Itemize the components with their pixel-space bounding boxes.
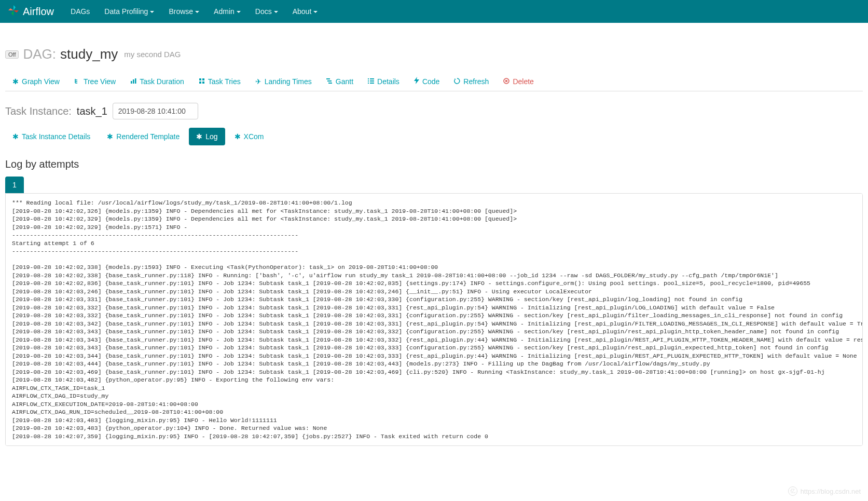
airflow-logo-icon — [7, 4, 23, 19]
refresh-icon — [454, 77, 460, 86]
task-instance-name: task_1 — [77, 105, 107, 117]
task-instance-label: Task Instance: — [5, 105, 72, 117]
log-content[interactable]: *** Reading local file: /usr/local/airfl… — [5, 193, 863, 446]
dag-header: Off DAG: study_my my second DAG — [5, 46, 863, 62]
log-section-title: Log by attempts — [5, 158, 863, 170]
svg-rect-4 — [202, 78, 204, 80]
bolt-icon — [414, 77, 419, 86]
nav-item-admin[interactable]: Admin — [206, 0, 248, 23]
svg-rect-10 — [368, 78, 369, 79]
task-sub-tabs: ✱Task Instance Details ✱Rendered Templat… — [5, 128, 863, 145]
nav-item-dags[interactable]: DAGs — [63, 0, 97, 23]
tab-gantt[interactable]: Gantt — [319, 72, 361, 91]
nav-item-data-profiling[interactable]: Data Profiling — [97, 0, 161, 23]
svg-rect-2 — [135, 78, 136, 84]
nav-item-about[interactable]: About — [285, 0, 325, 23]
asterisk-icon: ✱ — [12, 77, 19, 86]
bar-chart-icon — [130, 77, 136, 86]
dag-title-prefix: DAG: — [23, 46, 56, 62]
tree-icon — [74, 77, 80, 86]
attempt-tab-1[interactable]: 1 — [5, 177, 24, 193]
navbar-menu: DAGs Data Profiling Browse Admin Docs Ab… — [63, 0, 325, 23]
caret-icon — [313, 11, 318, 13]
caret-icon — [195, 11, 199, 13]
svg-rect-3 — [199, 78, 201, 80]
tab-refresh[interactable]: Refresh — [447, 72, 496, 91]
tab-task-tries[interactable]: Task Tries — [191, 72, 248, 91]
dag-description: my second DAG — [124, 50, 181, 59]
tab-tree-view[interactable]: Tree View — [67, 72, 123, 91]
top-navbar: Airflow DAGs Data Profiling Browse Admin… — [0, 0, 868, 23]
svg-rect-1 — [133, 79, 134, 84]
dag-title: study_my — [60, 46, 118, 62]
tab-delete[interactable]: Delete — [496, 72, 541, 91]
caret-icon — [274, 11, 278, 13]
tab-details[interactable]: Details — [361, 72, 407, 91]
brand-link[interactable]: Airflow — [7, 4, 54, 19]
tab-xcom[interactable]: ✱XCom — [227, 128, 271, 145]
svg-rect-12 — [368, 80, 369, 82]
svg-rect-5 — [199, 82, 201, 84]
nav-item-browse[interactable]: Browse — [161, 0, 206, 23]
svg-rect-0 — [131, 81, 132, 84]
gantt-icon — [326, 77, 333, 86]
tab-task-duration[interactable]: Task Duration — [123, 72, 191, 91]
list-icon — [368, 77, 374, 86]
view-tabs: ✱Graph View Tree View Task Duration Task… — [5, 72, 863, 91]
plane-icon: ✈ — [255, 77, 261, 86]
nav-item-docs[interactable]: Docs — [248, 0, 285, 23]
svg-rect-6 — [202, 82, 204, 84]
attempt-tabs: 1 — [5, 177, 863, 193]
svg-rect-7 — [326, 78, 330, 79]
caret-icon — [237, 11, 241, 13]
svg-rect-11 — [370, 78, 374, 79]
main-container: Off DAG: study_my my second DAG ✱Graph V… — [0, 23, 868, 451]
asterisk-icon: ✱ — [235, 132, 241, 141]
svg-rect-8 — [327, 80, 332, 82]
asterisk-icon: ✱ — [12, 132, 19, 141]
execution-date-input[interactable] — [113, 103, 198, 119]
tries-icon — [199, 77, 205, 86]
svg-rect-14 — [368, 83, 369, 84]
tab-log[interactable]: ✱Log — [189, 128, 225, 145]
tab-landing-times[interactable]: ✈Landing Times — [248, 72, 319, 91]
svg-rect-15 — [370, 83, 374, 84]
tab-code[interactable]: Code — [407, 72, 447, 91]
asterisk-icon: ✱ — [196, 132, 202, 141]
task-instance-header: Task Instance: task_1 — [5, 103, 863, 119]
brand-text: Airflow — [23, 6, 54, 18]
delete-icon — [503, 77, 509, 86]
tab-rendered-template[interactable]: ✱Rendered Template — [100, 128, 187, 145]
tab-graph-view[interactable]: ✱Graph View — [5, 72, 67, 91]
tab-task-instance-details[interactable]: ✱Task Instance Details — [5, 128, 98, 145]
svg-rect-9 — [328, 83, 332, 84]
asterisk-icon: ✱ — [107, 132, 113, 141]
svg-rect-13 — [370, 80, 374, 82]
dag-pause-toggle[interactable]: Off — [5, 50, 19, 59]
caret-icon — [150, 11, 154, 13]
